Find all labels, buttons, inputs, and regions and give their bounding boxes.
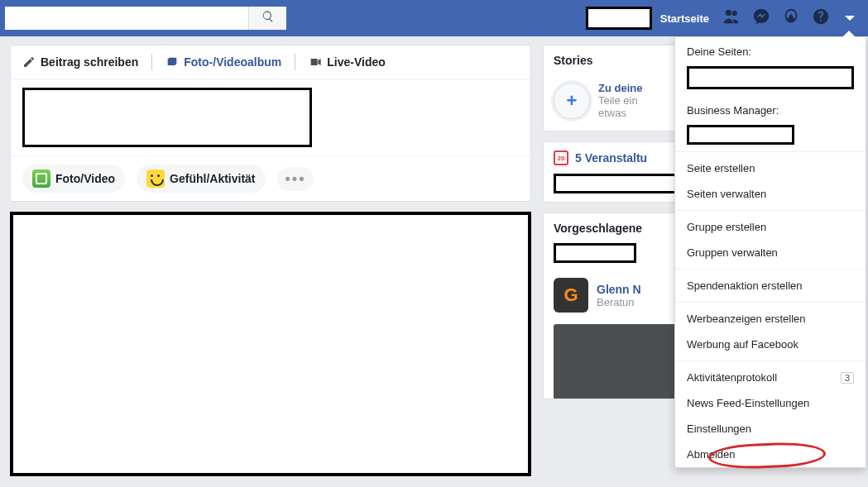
composer-text-redacted[interactable] <box>22 88 312 147</box>
dropdown-create-fundraiser[interactable]: Spendenaktion erstellen <box>675 273 866 298</box>
composer-chip-feeling[interactable]: Gefühl/Aktivität <box>137 165 265 193</box>
dropdown-business-redacted[interactable] <box>687 125 794 145</box>
search-input[interactable] <box>5 7 248 30</box>
feeling-icon <box>146 169 165 188</box>
account-dropdown: Deine Seiten: Business Manager: Seite er… <box>674 36 866 468</box>
composer-card: Beitrag schreiben Foto-/Videoalbum Live-… <box>10 45 531 202</box>
suggested-preview <box>554 324 681 399</box>
dropdown-page-redacted[interactable] <box>687 66 854 89</box>
events-card: 5 Veranstaltu <box>543 141 692 203</box>
dropdown-manage-groups[interactable]: Gruppen verwalten <box>675 240 866 265</box>
suggested-name: Glenn N <box>597 283 641 296</box>
add-story-button[interactable]: + <box>554 83 590 119</box>
stories-title: Stories <box>544 45 691 75</box>
events-label: 5 Veranstaltu <box>575 151 647 165</box>
suggested-sub: Beratun <box>597 296 641 308</box>
search-button[interactable] <box>248 7 286 30</box>
composer-tab-live-label: Live-Video <box>327 55 386 69</box>
notifications-icon[interactable] <box>782 7 800 29</box>
composer-more-button[interactable]: ••• <box>277 167 314 191</box>
composer-tab-post[interactable]: Beitrag schreiben <box>22 55 138 69</box>
friend-requests-icon[interactable] <box>722 7 741 29</box>
events-link[interactable]: 5 Veranstaltu <box>544 142 691 174</box>
activity-log-badge: 3 <box>841 372 854 384</box>
messenger-icon[interactable] <box>752 7 770 29</box>
suggested-avatar: G <box>554 278 588 313</box>
search-icon <box>261 10 275 26</box>
add-story-sub2: etwas <box>598 107 642 119</box>
composer-chip-feeling-label: Gefühl/Aktivität <box>170 172 255 185</box>
live-video-icon <box>309 55 322 69</box>
dropdown-ads-facebook[interactable]: Werbung auf Facebook <box>675 332 866 357</box>
home-link[interactable]: Startseite <box>660 12 709 25</box>
account-menu-caret[interactable] <box>845 16 855 21</box>
help-icon[interactable] <box>812 7 830 29</box>
events-redacted <box>554 174 681 193</box>
top-bar: Startseite <box>0 0 868 36</box>
suggested-redacted <box>554 243 636 263</box>
add-story-sub1: Teile ein <box>598 94 642 107</box>
composer-chip-photo[interactable]: Foto/Video <box>22 165 125 193</box>
dropdown-newsfeed-settings[interactable]: News Feed-Einstellungen <box>675 390 866 416</box>
dropdown-settings[interactable]: Einstellungen <box>675 416 866 442</box>
dropdown-create-page[interactable]: Seite erstellen <box>675 155 866 181</box>
composer-tab-album-label: Foto-/Videoalbum <box>184 55 281 69</box>
top-icon-group <box>722 7 855 29</box>
suggested-title: Vorgeschlagene <box>544 213 691 243</box>
composer-tab-album[interactable]: Foto-/Videoalbum <box>165 55 281 69</box>
feed-post-redacted <box>10 212 531 476</box>
suggested-card: Vorgeschlagene G Glenn N Beratun <box>543 212 692 399</box>
pencil-icon <box>22 55 36 69</box>
dropdown-manage-pages[interactable]: Seiten verwalten <box>675 181 866 207</box>
composer-tab-post-label: Beitrag schreiben <box>41 55 138 69</box>
composer-chip-photo-label: Foto/Video <box>55 172 115 185</box>
photo-album-icon <box>165 55 179 69</box>
dropdown-create-ads[interactable]: Werbeanzeigen erstellen <box>675 306 866 332</box>
add-story-title: Zu deine <box>598 82 642 94</box>
user-name-redacted[interactable] <box>586 7 652 30</box>
stories-card: Stories + Zu deine Teile ein etwas <box>543 45 692 131</box>
suggested-item[interactable]: G Glenn N Beratun <box>544 271 691 319</box>
search-container <box>5 7 286 30</box>
composer-tab-live[interactable]: Live-Video <box>309 55 386 69</box>
dropdown-your-pages-header: Deine Seiten: <box>675 37 866 63</box>
dropdown-activity-log[interactable]: Aktivitätenprotokoll 3 <box>675 365 866 390</box>
photo-icon <box>32 169 50 188</box>
calendar-icon <box>554 150 568 165</box>
dropdown-create-group[interactable]: Gruppe erstellen <box>675 214 866 240</box>
dropdown-logout[interactable]: Abmelden <box>675 442 866 467</box>
dropdown-business-header: Business Manager: <box>675 96 866 122</box>
